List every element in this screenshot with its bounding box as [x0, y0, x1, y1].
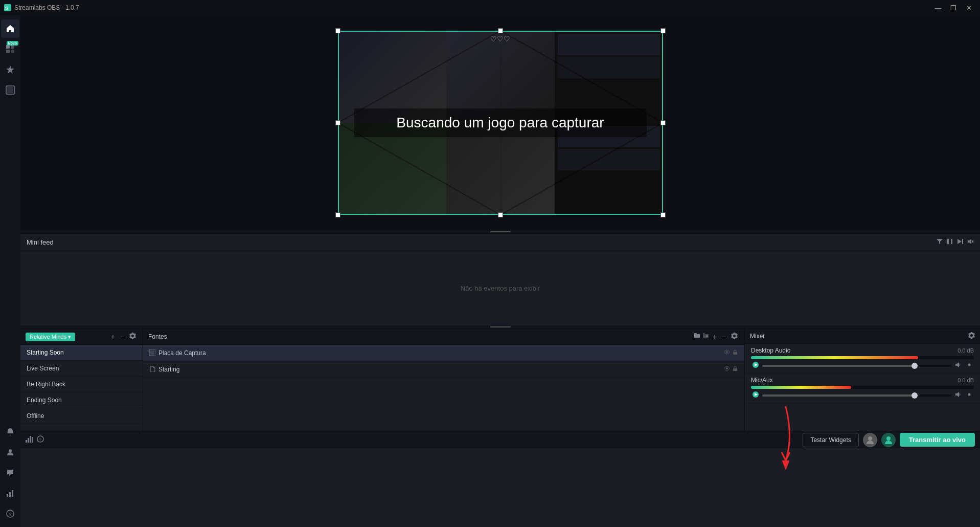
scene-item[interactable]: Starting Soon	[20, 345, 143, 361]
test-widgets-button[interactable]: Testar Widgets	[803, 433, 858, 447]
scenes-remove-button[interactable]: −	[119, 332, 126, 341]
desktop-audio-db: 0.0 dB	[958, 347, 974, 354]
mixer-settings-button[interactable]	[968, 332, 975, 340]
desktop-audio-slider-thumb[interactable]	[911, 363, 918, 369]
source-actions	[724, 365, 738, 373]
handle-ml[interactable]	[335, 120, 340, 125]
desktop-audio-play-button[interactable]	[751, 361, 760, 370]
handle-tl[interactable]	[335, 28, 340, 33]
titlebar-controls: — ❐ ✕	[931, 3, 976, 13]
handle-bl[interactable]	[335, 212, 340, 217]
sources-remove-button[interactable]: −	[720, 332, 727, 341]
source-visibility-icon[interactable]	[724, 349, 730, 357]
scenes-panel: Relative Minds ▾ + −	[20, 329, 143, 431]
scenes-name-button[interactable]: Relative Minds ▾	[26, 333, 75, 341]
desktop-audio-settings-button[interactable]	[965, 361, 974, 370]
handle-br[interactable]	[660, 212, 666, 217]
desktop-audio-bar-container	[751, 356, 974, 359]
svg-rect-34	[28, 438, 29, 443]
canvas-container[interactable]: ♡♡♡	[338, 31, 663, 215]
mic-aux-slider[interactable]	[762, 394, 951, 397]
handle-tr[interactable]	[660, 28, 666, 33]
go-live-button[interactable]: Transmitir ao vivo	[900, 433, 975, 447]
sidebar-item-analytics[interactable]	[1, 484, 19, 502]
user-avatar-2[interactable]	[881, 433, 896, 447]
mini-feed-content: Não há eventos para exibir	[20, 251, 980, 325]
source-item[interactable]: Placa de Captura	[143, 345, 744, 361]
source-file-icon	[149, 366, 155, 373]
sidebar-item-chat[interactable]	[1, 464, 19, 482]
sources-new-folder-icon[interactable]	[702, 332, 709, 341]
mini-feed-pause-icon[interactable]	[946, 238, 953, 247]
sidebar-item-help[interactable]: ?	[1, 504, 19, 523]
svg-rect-4	[6, 50, 10, 53]
close-button[interactable]: ✕	[962, 3, 976, 13]
scene-item[interactable]: Offline	[20, 408, 143, 424]
analytics-icon	[6, 489, 14, 497]
source-lock-icon[interactable]	[732, 365, 738, 373]
statusbar-help-icon[interactable]: ?	[37, 435, 44, 444]
handle-bm[interactable]	[498, 212, 503, 217]
scene-item[interactable]: Live Screen	[20, 361, 143, 377]
mini-feed-controls	[936, 238, 974, 247]
source-item[interactable]: Starting	[143, 361, 744, 378]
svg-rect-2	[6, 45, 10, 49]
svg-text:S: S	[5, 6, 8, 11]
widgets-icon	[6, 65, 15, 74]
mini-feed-mute-icon[interactable]	[967, 238, 974, 247]
mic-aux-settings-button[interactable]	[965, 391, 974, 400]
svg-rect-21	[962, 239, 963, 244]
scene-item[interactable]: Ending Soon	[20, 392, 143, 408]
scene-item[interactable]: Be Right Back	[20, 377, 143, 392]
sidebar-item-widgets[interactable]	[1, 60, 19, 79]
scene-list: Starting Soon Live Screen Be Right Back …	[20, 345, 143, 431]
mixer-channel-desktop: Desktop Audio 0.0 dB	[745, 344, 980, 374]
statusbar-stats-icon[interactable]	[26, 435, 33, 444]
mic-aux-label: Mic/Aux	[751, 377, 773, 384]
sidebar-bottom: ?	[1, 423, 19, 527]
restore-button[interactable]: ❐	[946, 3, 961, 13]
scenes-panel-title: Relative Minds	[30, 334, 66, 340]
user-avatar[interactable]	[863, 433, 877, 447]
mic-aux-mute-button[interactable]	[953, 391, 963, 400]
source-visibility-icon[interactable]	[724, 365, 730, 373]
mini-feed-skip-icon[interactable]	[956, 238, 964, 247]
svg-rect-5	[11, 50, 14, 53]
scenes-settings-button[interactable]	[128, 332, 138, 341]
notifications-icon	[6, 428, 14, 436]
sidebar-item-overlays[interactable]	[1, 81, 19, 99]
scenes-header-left: Relative Minds ▾	[26, 333, 75, 341]
mini-feed-filter-icon[interactable]	[936, 238, 943, 247]
svg-rect-20	[951, 239, 952, 244]
sidebar-item-home[interactable]	[1, 19, 19, 38]
svg-point-27	[726, 367, 728, 369]
desktop-audio-bar	[751, 356, 918, 359]
sources-add-button[interactable]: +	[711, 332, 718, 341]
mixer-panel-title: Mixer	[750, 333, 765, 340]
overlays-icon	[6, 85, 15, 95]
sidebar-item-themes[interactable]: Novo	[1, 40, 19, 58]
sources-settings-button[interactable]	[730, 332, 739, 341]
mic-aux-play-button[interactable]	[751, 391, 760, 400]
sources-folder-icon[interactable]	[694, 332, 700, 341]
scenes-header: Relative Minds ▾ + −	[20, 329, 143, 345]
sidebar-item-community[interactable]	[1, 443, 19, 462]
handle-mr[interactable]	[660, 120, 666, 125]
desktop-audio-slider[interactable]	[762, 365, 951, 367]
svg-rect-3	[11, 45, 14, 49]
mixer-channel-mic: Mic/Aux 0.0 dB	[745, 374, 980, 403]
sidebar-item-notifications[interactable]	[1, 423, 19, 441]
svg-rect-9	[7, 494, 8, 497]
mixer-channel-desktop-header: Desktop Audio 0.0 dB	[751, 347, 974, 354]
handle-tm[interactable]	[498, 28, 503, 33]
scenes-add-button[interactable]: +	[109, 332, 117, 341]
sidebar: Novo	[0, 15, 20, 527]
home-icon	[6, 24, 15, 33]
source-lock-icon[interactable]	[732, 349, 738, 357]
source-capture-icon	[149, 349, 155, 357]
mixer-panel: Mixer Desktop Audio 0.0 dB	[745, 329, 980, 431]
minimize-button[interactable]: —	[931, 3, 945, 13]
svg-text:?: ?	[39, 437, 42, 442]
desktop-audio-mute-button[interactable]	[953, 361, 963, 370]
mic-aux-slider-thumb[interactable]	[911, 392, 918, 399]
